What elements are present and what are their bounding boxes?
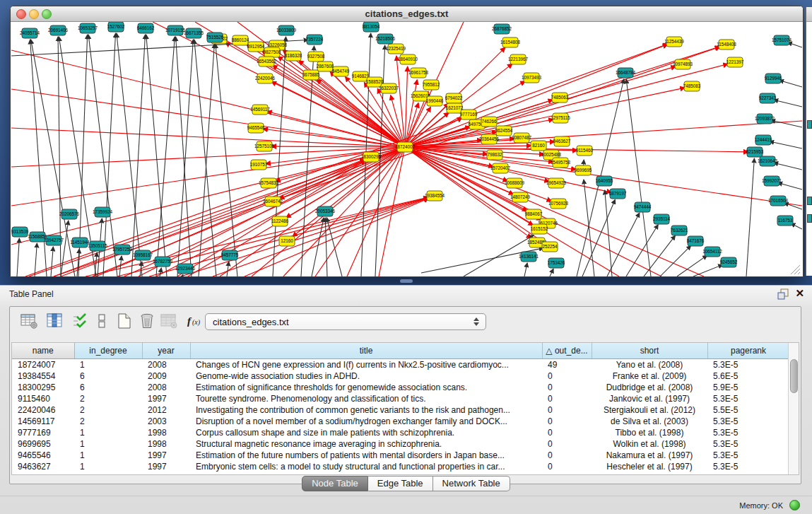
cell-pagerank[interactable]: 5.6E-5	[707, 370, 789, 382]
table-row[interactable]: 1872400712008Changes of HCN gene express…	[12, 359, 789, 371]
graph-node[interactable]: 7955812	[423, 80, 440, 90]
cell-year[interactable]: 1997	[142, 393, 190, 404]
cell-pagerank[interactable]: 5.3E-5	[707, 438, 789, 450]
cell-year[interactable]: 2008	[142, 382, 190, 393]
graph-node[interactable]: 6879197	[609, 189, 627, 199]
show-columns-button[interactable]	[45, 313, 65, 331]
cell-in_degree[interactable]: 1	[74, 427, 142, 438]
graph-node[interactable]: 15218506	[375, 34, 396, 44]
cell-title[interactable]: Estimation of the future numbers of pati…	[190, 450, 542, 461]
resize-grip-icon[interactable]	[790, 264, 801, 275]
cell-title[interactable]: Tourette syndrome. Phenomenology and cla…	[190, 393, 542, 404]
graph-node[interactable]: 15754831	[259, 178, 279, 188]
column-header-out_degree[interactable]: △ out_de...	[542, 343, 592, 359]
function-builder-button[interactable]: f (x)	[185, 313, 205, 331]
graph-node[interactable]: 10719155	[165, 25, 186, 35]
graph-node[interactable]: 16543562	[257, 57, 277, 66]
graph-node[interactable]: 16210643	[758, 156, 778, 166]
graph-node[interactable]: 14569117	[250, 105, 270, 115]
graph-node[interactable]: 12575105	[254, 141, 275, 151]
graph-node[interactable]: 17016504	[768, 196, 789, 206]
table-settings-button[interactable]	[20, 313, 40, 331]
tab-node-table[interactable]: Node Table	[302, 476, 368, 491]
network-window-titlebar[interactable]: citations_edges.txt	[11, 6, 803, 22]
cell-out_degree[interactable]: 0	[542, 427, 592, 438]
graph-node[interactable]: 9457775	[221, 250, 239, 260]
table-row[interactable]: 1456911722003Disruption of a novel membe…	[12, 416, 789, 427]
column-header-short[interactable]: short	[592, 343, 707, 359]
graph-node[interactable]: 6794022	[445, 93, 463, 103]
graph-node[interactable]: 11548408	[717, 40, 736, 49]
cell-short[interactable]: de Silva et al. (2003)	[592, 416, 707, 427]
graph-node[interactable]: 798632	[487, 150, 502, 160]
graph-node[interactable]: 20691406	[48, 25, 69, 35]
cell-pagerank[interactable]: 5.3E-5	[707, 359, 789, 371]
graph-node[interactable]: 6466162	[137, 23, 155, 33]
graph-node[interactable]: 12975115	[551, 113, 570, 123]
graph-node[interactable]: 8912954	[247, 42, 265, 52]
graph-node[interactable]: 18640910	[398, 54, 418, 64]
cell-out_degree[interactable]: 0	[542, 461, 592, 472]
cell-name[interactable]: 9777169	[12, 427, 74, 438]
graph-node[interactable]: 11451944	[70, 238, 90, 247]
graph-node[interactable]: 13505115	[88, 241, 107, 251]
table-select-dropdown[interactable]: citations_edges.txt	[205, 313, 486, 330]
cell-name[interactable]: 9115460	[12, 393, 74, 404]
table-row[interactable]: 946554611997Estimation of the future num…	[12, 450, 789, 461]
cell-year[interactable]: 1998	[142, 438, 190, 450]
graph-node[interactable]: 12923446	[175, 264, 196, 274]
cell-in_degree[interactable]: 6	[74, 382, 142, 393]
graph-node[interactable]: 1244419	[755, 135, 772, 145]
graph-node[interactable]: 15720407	[490, 163, 511, 173]
select-columns-button[interactable]	[71, 313, 90, 331]
graph-node[interactable]: 9227343	[759, 93, 777, 103]
cell-name[interactable]: 14569117	[12, 416, 74, 427]
graph-node[interactable]: 16648784	[616, 68, 636, 78]
table-scrollbar-thumb[interactable]	[790, 359, 798, 393]
graph-node[interactable]: 22420046	[255, 74, 276, 83]
cell-title[interactable]: Embryonic stem cells: a model to study s…	[190, 461, 542, 472]
table-row[interactable]: 946362711997Embryonic stem cells: a mode…	[12, 461, 789, 472]
graph-node[interactable]: 14136141	[519, 252, 539, 262]
cell-short[interactable]: Stergiakouli et al. (2012)	[592, 404, 707, 416]
rows-button[interactable]	[92, 313, 112, 331]
graph-node[interactable]: 12160	[279, 236, 295, 246]
graph-node[interactable]: 17957253	[112, 245, 133, 255]
cell-short[interactable]: Nakamura et al. (1997)	[592, 450, 707, 461]
table-row[interactable]: 1830029562008Estimation of significance …	[12, 382, 789, 393]
column-header-year[interactable]: year	[142, 343, 190, 359]
cell-title[interactable]: Estimation of significance thresholds fo…	[190, 382, 542, 393]
column-header-pagerank[interactable]: pagerank	[707, 343, 789, 359]
cell-name[interactable]: 18724007	[12, 359, 74, 371]
cell-out_degree[interactable]: 0	[542, 450, 592, 461]
graph-node[interactable]: 1910757	[250, 160, 268, 170]
cell-pagerank[interactable]: 5.3E-5	[707, 416, 789, 427]
graph-node[interactable]: 3675885	[302, 70, 320, 80]
graph-node[interactable]: 9115460	[576, 146, 594, 156]
cell-pagerank[interactable]: 5.3E-5	[707, 461, 789, 472]
graph-node[interactable]: 17359924	[93, 207, 113, 217]
graph-node[interactable]: 7485063	[551, 93, 569, 103]
float-panel-icon[interactable]	[777, 288, 789, 300]
graph-node[interactable]: 12325419	[386, 44, 406, 54]
graph-node[interactable]: 9245652	[720, 257, 738, 267]
graph-node[interactable]: 9465546	[247, 123, 265, 133]
delete-table-button[interactable]	[160, 313, 180, 331]
graph-node[interactable]: 7485083	[683, 81, 701, 91]
cell-name[interactable]: 19384554	[12, 370, 74, 382]
graph-node[interactable]: 16033809	[276, 25, 297, 35]
cell-title[interactable]: Disruption of a novel member of a sodium…	[190, 416, 542, 427]
cell-out_degree[interactable]: 0	[542, 404, 592, 416]
cell-title[interactable]: Investigating the contribution of common…	[190, 404, 542, 416]
cell-name[interactable]: 18300295	[12, 382, 74, 393]
graph-node[interactable]: 9777169	[460, 110, 478, 119]
cell-out_degree[interactable]: 0	[542, 393, 592, 404]
graph-node[interactable]: 9884067	[525, 209, 543, 219]
graph-node[interactable]: 9129946	[765, 74, 782, 83]
graph-node[interactable]: 20053346	[315, 206, 336, 216]
graph-node[interactable]: 8454749	[332, 66, 350, 76]
graph-node[interactable]: 18300295	[361, 152, 382, 162]
cell-out_degree[interactable]: 0	[542, 382, 592, 393]
cell-year[interactable]: 1997	[142, 461, 190, 472]
graph-node[interactable]: 26876852	[492, 24, 512, 34]
